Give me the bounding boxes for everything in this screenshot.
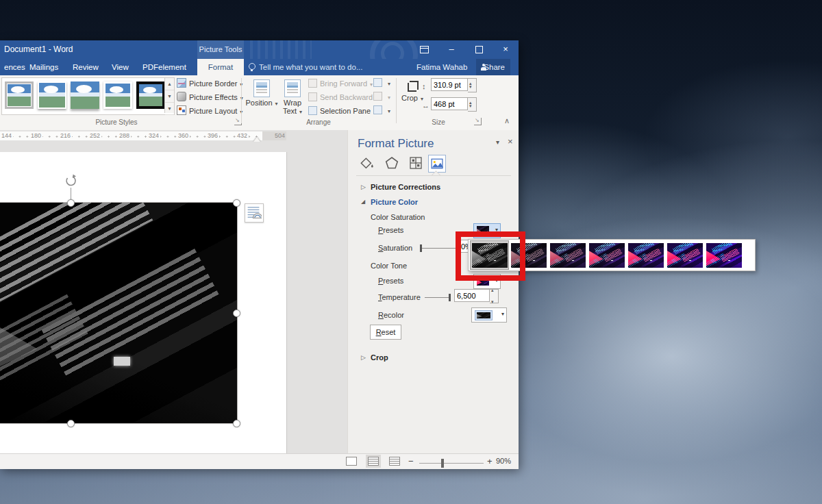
horizontal-ruler: 504 144180216252288324360396432 xyxy=(0,130,347,142)
color-saturation-label: Color Saturation xyxy=(371,213,425,221)
account-name[interactable]: Fatima Wahab xyxy=(416,59,467,75)
selection-handle-top[interactable] xyxy=(67,199,75,207)
saturation-preset-thumb[interactable] xyxy=(626,240,665,270)
height-spinner[interactable] xyxy=(468,78,477,92)
gallery-scroll-up[interactable]: ▲ xyxy=(165,78,174,90)
ruler-tick-label: 252 xyxy=(88,132,101,139)
indent-marker[interactable] xyxy=(253,134,260,142)
picture-style-thumb[interactable] xyxy=(103,81,132,109)
saturation-slider-track[interactable] xyxy=(420,248,458,249)
group-separator xyxy=(396,78,397,123)
building-photo-grayscale xyxy=(0,203,237,423)
zoom-level[interactable]: 90% xyxy=(496,457,511,465)
pane-menu-arrow[interactable]: ▾ xyxy=(496,138,499,146)
selection-handle-bottom-right[interactable] xyxy=(233,420,240,427)
reset-button[interactable]: Reset xyxy=(370,325,401,340)
share-button[interactable]: Share xyxy=(476,59,510,75)
maximize-icon xyxy=(475,46,483,53)
zoom-slider-track[interactable] xyxy=(419,463,484,464)
selected-picture[interactable] xyxy=(0,203,237,423)
temperature-slider-track[interactable] xyxy=(425,297,451,298)
picture-layout-button[interactable]: Picture Layout xyxy=(177,104,242,118)
tab-review[interactable]: Review xyxy=(68,59,103,75)
temperature-spinner[interactable] xyxy=(490,289,499,303)
group-label-size: Size xyxy=(411,118,466,126)
recolor-button[interactable]: ▾ xyxy=(471,307,507,323)
shape-width-field[interactable] xyxy=(431,97,468,110)
picture-border-button[interactable]: Picture Border xyxy=(177,77,242,90)
fill-line-tab[interactable] xyxy=(359,155,375,171)
pane-title: Format Picture xyxy=(358,137,434,151)
ribbon-display-options-button[interactable] xyxy=(411,40,437,59)
align-button[interactable] xyxy=(373,77,390,90)
tab-format-active[interactable]: Format xyxy=(197,59,244,75)
selection-pane-button[interactable]: Selection Pane xyxy=(308,104,371,118)
collapsed-arrow-icon[interactable]: ▷ xyxy=(361,184,366,190)
preset-thumbnail xyxy=(628,243,664,268)
tell-me-box[interactable]: Tell me what you want to do... xyxy=(249,59,363,75)
group-label-arrange: Arrange xyxy=(288,118,349,126)
selection-handle-top-right[interactable] xyxy=(233,199,240,207)
status-bar: − + 90% xyxy=(0,453,519,469)
annotation-highlight-rectangle xyxy=(456,231,525,281)
print-layout-button[interactable] xyxy=(368,457,379,466)
layout-properties-tab[interactable] xyxy=(408,155,424,171)
shape-height-field[interactable] xyxy=(431,78,468,91)
contextual-tab-header: Picture Tools xyxy=(197,40,244,59)
zoom-out-button[interactable]: − xyxy=(408,456,414,466)
layout-options-button[interactable] xyxy=(245,203,264,223)
zoom-slider-handle[interactable] xyxy=(441,459,444,468)
wrap-text-button[interactable]: Wrap Text xyxy=(278,78,307,121)
temperature-value-field[interactable] xyxy=(454,289,490,302)
collapse-ribbon-button[interactable]: ∧ xyxy=(504,116,510,125)
width-icon: ↔ xyxy=(422,101,431,110)
temperature-slider-handle[interactable] xyxy=(449,294,451,301)
tab-pdfelement[interactable]: PDFelement xyxy=(138,59,190,75)
gallery-scroll-down[interactable]: ▼ xyxy=(165,90,174,103)
saturation-preset-thumb[interactable] xyxy=(665,240,704,270)
read-mode-button[interactable] xyxy=(346,457,357,466)
saturation-preset-thumb[interactable] xyxy=(704,240,743,270)
close-button[interactable]: × xyxy=(493,40,519,59)
minimize-button[interactable]: – xyxy=(438,40,464,59)
zoom-in-button[interactable]: + xyxy=(487,456,493,466)
picture-style-thumb[interactable] xyxy=(5,81,34,109)
document-page[interactable] xyxy=(0,152,287,453)
selection-handle-bottom[interactable] xyxy=(67,420,75,427)
selection-handle-right[interactable] xyxy=(233,310,240,317)
picture-style-thumb[interactable] xyxy=(71,81,99,109)
collapsed-arrow-icon[interactable]: ▷ xyxy=(361,354,366,361)
maximize-button[interactable] xyxy=(466,40,492,59)
gallery-scroll-buttons: ▲ ▼ ▼ xyxy=(164,78,174,113)
saturation-slider-handle[interactable] xyxy=(420,244,422,252)
gallery-more-button[interactable]: ▼ xyxy=(165,103,174,115)
tab-mailings[interactable]: Mailings xyxy=(25,59,62,75)
preset-thumbnail xyxy=(550,243,586,268)
tab-view[interactable]: View xyxy=(108,59,133,75)
picture-tab-selected[interactable] xyxy=(428,155,446,173)
ribbon-tab-row: ences Mailings Review View PDFelement Fo… xyxy=(0,59,519,75)
effects-tab[interactable] xyxy=(384,155,400,171)
preset-thumbnail xyxy=(706,243,742,268)
picture-style-thumb-selected[interactable] xyxy=(136,81,165,109)
rotate-handle[interactable] xyxy=(64,174,77,188)
saturation-preset-thumb[interactable] xyxy=(548,240,587,270)
picture-border-icon xyxy=(177,78,186,88)
bring-forward-button: Bring Forward xyxy=(308,77,373,90)
saturation-preset-thumb[interactable] xyxy=(587,240,626,270)
picture-style-thumb[interactable] xyxy=(38,81,66,109)
pane-close-icon[interactable]: × xyxy=(508,136,513,147)
rotate-button[interactable] xyxy=(373,104,390,117)
web-layout-button[interactable] xyxy=(389,457,400,466)
picture-effects-button[interactable]: Picture Effects xyxy=(177,90,243,104)
width-spinner[interactable] xyxy=(468,97,477,112)
section-picture-color[interactable]: Picture Color xyxy=(371,198,418,206)
section-picture-corrections[interactable]: Picture Corrections xyxy=(371,183,440,191)
pane-divider xyxy=(356,175,511,176)
section-crop[interactable]: Crop xyxy=(371,353,388,362)
position-button[interactable]: Position xyxy=(245,78,278,121)
size-dialog-launcher[interactable] xyxy=(474,118,482,125)
crop-button[interactable]: Crop xyxy=(400,78,425,121)
document-area xyxy=(0,142,347,453)
expanded-arrow-icon[interactable]: ◢ xyxy=(361,199,365,205)
